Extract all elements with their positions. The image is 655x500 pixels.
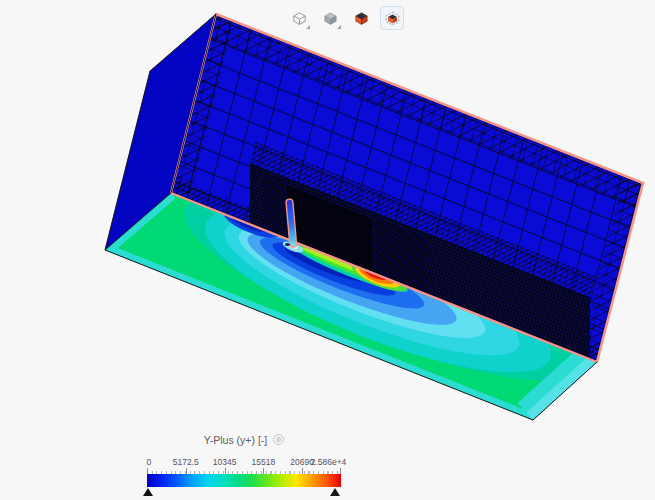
legend-title: Y-Plus (y+) [-] (204, 434, 268, 446)
result-legend: Y-Plus (y+) [-] ⚙ 0 5172.5 10345 15518 2… (147, 432, 341, 496)
range-max-handle[interactable] (330, 488, 340, 496)
scene-canvas (0, 0, 655, 500)
surface-mesh-cube-icon (354, 11, 369, 26)
legend-range-handles (147, 487, 341, 496)
tick-label: 2.586e+4 (311, 457, 347, 467)
dropdown-corner-icon (337, 25, 341, 29)
legend-colorbar (147, 474, 341, 487)
solid-cube-view-button[interactable] (318, 6, 342, 30)
tick-label: 15518 (252, 457, 276, 467)
legend-tick-labels: 0 5172.5 10345 15518 20690 2.586e+4 (147, 457, 341, 468)
dropdown-corner-icon (306, 25, 310, 29)
chimney-base-shadow (285, 243, 290, 246)
wireframe-cube-view-button[interactable] (287, 6, 311, 30)
region-mesh-cube-icon (385, 11, 400, 26)
view-mode-toolbar (287, 6, 404, 30)
tick-label: 10345 (213, 457, 237, 467)
3d-viewport[interactable] (0, 0, 655, 500)
wireframe-cube-icon (292, 11, 307, 26)
simulation-post-processor: Y-Plus (y+) [-] ⚙ 0 5172.5 10345 15518 2… (0, 0, 655, 500)
surface-mesh-view-button[interactable] (349, 6, 373, 30)
region-mesh-view-button[interactable] (380, 6, 404, 30)
tick-label: 0 (147, 457, 152, 467)
range-min-handle[interactable] (143, 488, 153, 496)
solid-cube-icon (323, 11, 338, 26)
gear-icon[interactable]: ⚙ (273, 434, 284, 445)
tick-label: 5172.5 (173, 457, 199, 467)
